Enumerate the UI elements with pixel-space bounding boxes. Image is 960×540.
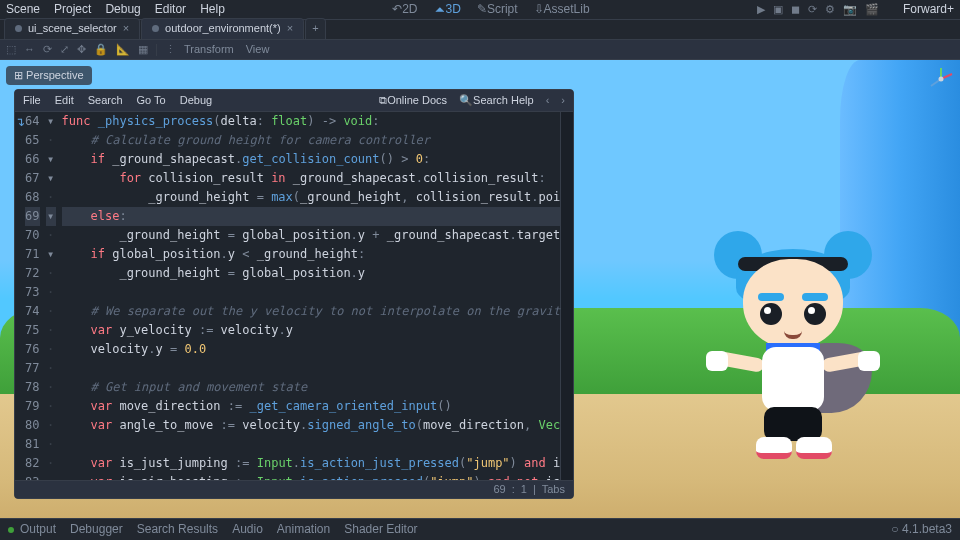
tab-add[interactable]: + (305, 18, 325, 39)
toolbar-icon-7[interactable]: ▦ (138, 42, 148, 57)
menu-project[interactable]: Project (54, 1, 91, 18)
toolbar-icon-4[interactable]: ✥ (77, 42, 86, 57)
toolbar-icon-2[interactable]: ⟳ (43, 42, 52, 57)
tab-ui-scene-selector[interactable]: ui_scene_selector× (4, 18, 140, 39)
version-label: ○ 4.1.beta3 (891, 521, 952, 538)
close-icon[interactable]: × (287, 21, 293, 36)
viewport-tool-icons: ⬚↔⟳⤢✥🔒📐▦ (6, 42, 148, 57)
renderer-dropdown[interactable]: Forward+ (903, 1, 954, 18)
bottom-panel-bar: OutputDebuggerSearch ResultsAudioAnimati… (0, 518, 960, 540)
viewport-toolbar: ⬚↔⟳⤢✥🔒📐▦ ⋮ TransformView (0, 40, 960, 60)
close-icon[interactable]: × (123, 21, 129, 36)
script-menu-go-to[interactable]: Go To (137, 93, 166, 108)
play-icon-6[interactable]: 🎬 (865, 2, 879, 17)
output-status-dot (8, 527, 14, 533)
scene-tab-strip: ui_scene_selector×outdoor_environment(*)… (0, 20, 960, 40)
toolbar-icon-6[interactable]: 📐 (116, 42, 130, 57)
online-docs-label: Online Docs (387, 94, 447, 106)
menu-editor[interactable]: Editor (155, 1, 186, 18)
search-help-label: Search Help (473, 94, 534, 106)
script-menu-search[interactable]: Search (88, 93, 123, 108)
script-status-bar: 69 : 1 | Tabs (15, 480, 573, 498)
bottom-panel-buttons: OutputDebuggerSearch ResultsAudioAnimati… (20, 521, 418, 538)
bottom-panel-shader-editor[interactable]: Shader Editor (344, 521, 417, 538)
menu-debug[interactable]: Debug (105, 1, 140, 18)
code-area[interactable]: ↴ 64656667686970717273747576777879808182… (15, 112, 573, 480)
play-icon-4[interactable]: ⚙ (825, 2, 835, 17)
script-menu-file[interactable]: File (23, 93, 41, 108)
play-icon-2[interactable]: ◼ (791, 2, 800, 17)
script-editor-panel: FileEditSearchGo ToDebug ⧉Online Docs 🔍S… (14, 89, 574, 499)
search-help-link[interactable]: 🔍Search Help (459, 93, 534, 108)
workspace-toggle-script[interactable]: ✎Script (477, 1, 518, 18)
bottom-panel-search-results[interactable]: Search Results (137, 521, 218, 538)
bottom-panel-animation[interactable]: Animation (277, 521, 330, 538)
tab-outdoor-environment-[interactable]: outdoor_environment(*)× (141, 18, 304, 39)
script-menu-items: FileEditSearchGo ToDebug (23, 93, 212, 108)
toolbar-menu-transform[interactable]: Transform (184, 42, 234, 57)
status-indent: Tabs (542, 482, 565, 497)
viewport-tool-menus: TransformView (184, 42, 269, 57)
script-nav-forward[interactable]: › (561, 93, 565, 108)
play-icon-0[interactable]: ▶ (757, 2, 765, 17)
play-icon-1[interactable]: ▣ (773, 2, 783, 17)
bottom-panel-debugger[interactable]: Debugger (70, 521, 123, 538)
code-text[interactable]: func _physics_process(delta: float) -> v… (56, 112, 561, 480)
line-number-gutter: 6465666768697071727374757677787980818283… (25, 112, 45, 480)
minimap[interactable] (560, 112, 573, 480)
script-menu-debug[interactable]: Debug (180, 93, 212, 108)
play-icon-3[interactable]: ⟳ (808, 2, 817, 17)
workspace-toggle-3d[interactable]: ⏶3D (434, 1, 461, 18)
toolbar-menu-view[interactable]: View (246, 42, 270, 57)
workspace-toggles: ↶2D⏶3D✎Script⇩AssetLib (392, 1, 589, 18)
script-nav-back[interactable]: ‹ (546, 93, 550, 108)
toolbar-icon-0[interactable]: ⬚ (6, 42, 16, 57)
workspace-toggle-assetlib[interactable]: ⇩AssetLib (534, 1, 590, 18)
orientation-gizmo[interactable] (928, 66, 954, 92)
menu-scene[interactable]: Scene (6, 1, 40, 18)
play-icon-5[interactable]: 📷 (843, 2, 857, 17)
workspace: ⊞ Perspective FileEditSearchGo ToDebug ⧉… (0, 60, 960, 537)
main-menu-items: SceneProjectDebugEditorHelp (6, 1, 225, 18)
toolbar-icon-5[interactable]: 🔒 (94, 42, 108, 57)
workspace-toggle-2d[interactable]: ↶2D (392, 1, 417, 18)
playtest-icons: ▶▣◼⟳⚙📷🎬 (757, 2, 879, 17)
toolbar-icon-3[interactable]: ⤢ (60, 42, 69, 57)
svg-point-3 (939, 77, 944, 82)
script-menu-bar: FileEditSearchGo ToDebug ⧉Online Docs 🔍S… (15, 90, 573, 112)
status-line: 69 (493, 482, 505, 497)
fold-gutter[interactable]: ▾·▾▾·▾·▾··············· (46, 112, 56, 480)
perspective-chip[interactable]: ⊞ Perspective (6, 66, 92, 85)
bottom-panel-output[interactable]: Output (20, 521, 56, 538)
toolbar-icon-1[interactable]: ↔ (24, 42, 35, 57)
character-model (708, 219, 878, 479)
online-docs-link[interactable]: ⧉Online Docs (379, 93, 447, 108)
menu-help[interactable]: Help (200, 1, 225, 18)
script-menu-edit[interactable]: Edit (55, 93, 74, 108)
status-col: 1 (521, 482, 527, 497)
bottom-panel-audio[interactable]: Audio (232, 521, 263, 538)
